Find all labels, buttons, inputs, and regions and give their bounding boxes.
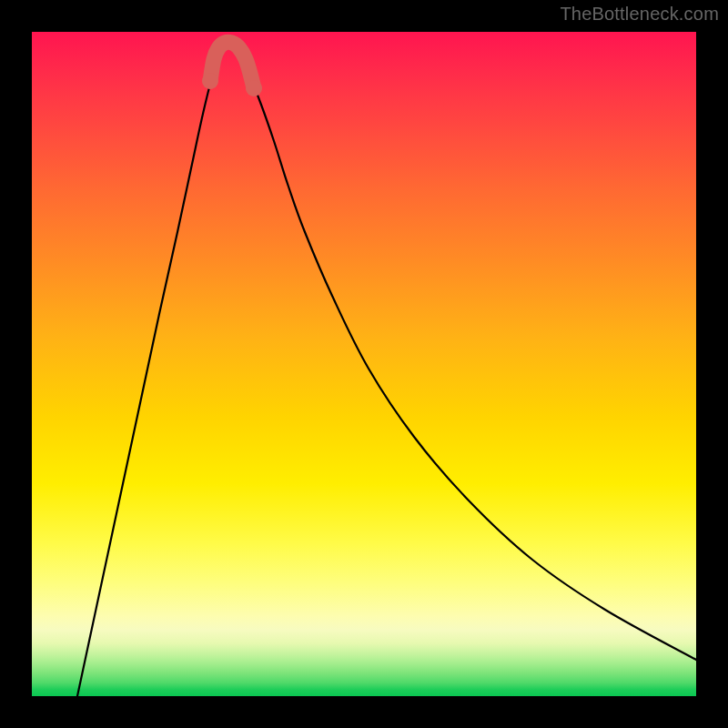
plot-area — [32, 32, 696, 696]
optimal-endpoint-left — [202, 73, 218, 89]
chart-frame: TheBottleneck.com — [0, 0, 728, 728]
watermark-text: TheBottleneck.com — [560, 4, 719, 25]
curve-layer — [32, 32, 696, 696]
optimal-endpoint-right — [246, 80, 262, 96]
bottleneck-curve — [77, 47, 696, 696]
